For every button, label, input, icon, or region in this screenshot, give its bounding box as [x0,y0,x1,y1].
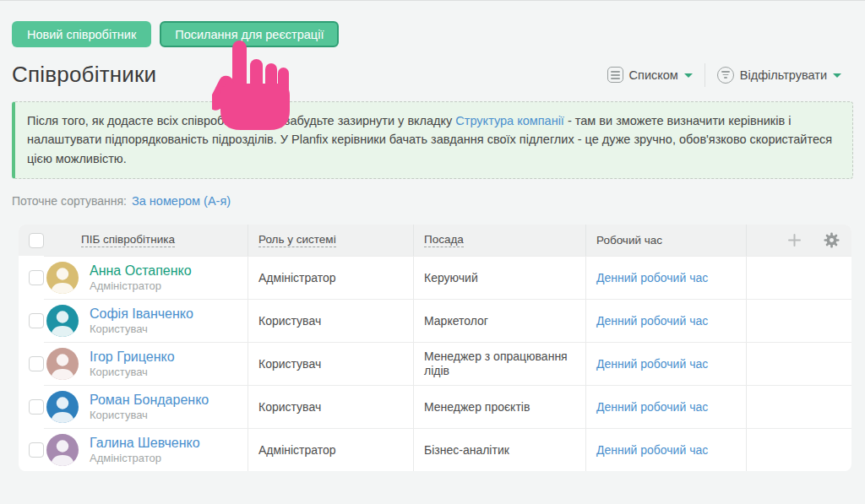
table-row: Анна Остапенко Адміністратор Адміністрат… [19,256,851,299]
list-view-icon [607,67,623,83]
employee-name-link[interactable]: Софія Іванченко [90,306,193,322]
employee-role-subtitle: Адміністратор [90,279,161,292]
column-header-role[interactable]: Роль у системі [258,233,336,247]
select-all-checkbox[interactable] [29,233,44,248]
employee-name-link[interactable]: Галина Шевченко [90,436,200,451]
employee-name-link[interactable]: Роман Бондаренко [90,393,209,408]
extra-cell [746,299,851,342]
row-checkbox[interactable] [29,313,44,328]
role-cell: Користувач [248,385,413,428]
filter-dropdown[interactable]: Відфільтрувати [705,67,853,84]
employees-table: ПІБ співробітника Роль у системі Посада … [19,225,851,471]
page-title: Співробітники [12,62,156,88]
toolbar: Новий співробітник Посилання для реєстра… [12,1,853,47]
work-schedule-link[interactable]: Денний робочий час [596,443,708,458]
role-cell: Користувач [248,342,413,385]
employee-role-subtitle: Користувач [90,366,148,378]
role-cell: Користувач [248,299,413,342]
avatar [46,348,79,380]
table-row: Роман Бондаренко Користувач Користувач М… [19,385,851,428]
row-checkbox[interactable] [29,270,44,285]
plus-icon [787,233,802,247]
position-cell: Маркетолог [413,299,585,342]
registration-link-button[interactable]: Посилання для реєстрації [160,21,339,47]
chevron-down-icon [684,73,693,78]
column-header-position[interactable]: Посада [424,233,464,247]
extra-cell [746,256,851,299]
row-checkbox[interactable] [29,356,44,371]
notice-text: Після того, як додасте всіх співробітник… [27,114,455,127]
add-column-button[interactable] [787,233,802,247]
table-row: Галина Шевченко Адміністратор Адміністра… [19,428,851,471]
position-cell: Керуючий [413,256,585,299]
sorting-value-link[interactable]: За номером (А-я) [132,194,231,208]
work-schedule-link[interactable]: Денний робочий час [596,314,708,329]
table-settings-button[interactable] [824,232,840,248]
work-schedule-link[interactable]: Денний робочий час [596,357,708,372]
table-header: ПІБ співробітника Роль у системі Посада … [19,225,851,256]
avatar [46,262,79,294]
employee-role-subtitle: Адміністратор [90,452,161,464]
chevron-down-icon [833,73,841,78]
position-cell: Менеджер проєктів [413,385,585,428]
employee-role-subtitle: Користувач [90,409,148,421]
row-checkbox[interactable] [29,399,44,415]
avatar [46,391,79,423]
role-cell: Адміністратор [248,256,413,299]
view-mode-dropdown[interactable]: Списком [596,67,705,83]
table-row: Ігор Гриценко Користувач Користувач Мене… [19,342,851,385]
table-body: Анна Остапенко Адміністратор Адміністрат… [19,256,851,471]
avatar [46,305,79,337]
extra-cell [746,385,851,428]
view-controls: Списком Відфільтрувати [596,62,853,88]
work-schedule-link[interactable]: Денний робочий час [596,400,708,415]
extra-cell [746,428,851,471]
sorting-label: Поточне сортування: [12,194,127,208]
position-cell: Бізнес-аналітик [413,428,585,471]
extra-cell [746,342,851,385]
column-header-name[interactable]: ПІБ співробітника [81,233,175,247]
new-employee-button[interactable]: Новий співробітник [12,21,151,47]
gear-icon [824,232,840,248]
filter-icon [717,67,734,84]
employee-name-link[interactable]: Ігор Гриценко [90,350,175,365]
position-cell: Менеджер з опрацювання лідів [413,342,585,385]
employees-page: Новий співробітник Посилання для реєстра… [0,1,865,471]
info-notice: Після того, як додасте всіх співробітник… [12,101,853,179]
avatar [46,434,79,466]
work-schedule-link[interactable]: Денний робочий час [596,271,708,286]
employee-name-link[interactable]: Анна Остапенко [90,263,192,279]
column-header-work-time: Робочий час [596,234,662,247]
row-checkbox[interactable] [29,442,44,458]
filter-label: Відфільтрувати [740,68,827,82]
table-row: Софія Іванченко Користувач Користувач Ма… [19,299,851,342]
employee-role-subtitle: Користувач [90,322,148,335]
company-structure-link[interactable]: Структура компанії [455,114,564,127]
view-mode-label: Списком [629,68,678,82]
role-cell: Адміністратор [248,428,413,471]
